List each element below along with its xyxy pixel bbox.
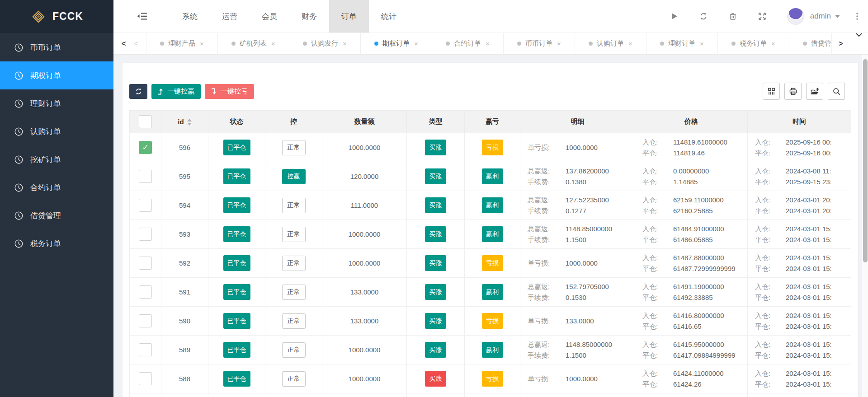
order-table-card: 一键控赢 一键控亏 xyxy=(123,63,858,397)
sidebar-item[interactable]: 理财订单 xyxy=(0,89,113,117)
control-button[interactable]: 正常 xyxy=(282,342,306,358)
tab[interactable]: 矿机列表 × xyxy=(218,33,289,54)
tab-close-icon[interactable]: × xyxy=(771,40,775,47)
row-checkbox[interactable] xyxy=(139,285,152,299)
tab-scroll-left-icon[interactable]: < xyxy=(121,39,126,48)
time-value: 2025-09-16 00: xyxy=(786,137,832,148)
control-button[interactable]: 正常 xyxy=(282,313,306,329)
tab[interactable]: 币币订单 × xyxy=(504,33,575,54)
tab-close-icon[interactable]: × xyxy=(271,40,275,47)
top-nav-item[interactable]: 会员 xyxy=(250,0,289,33)
refresh-table-button[interactable] xyxy=(129,84,147,99)
print-icon xyxy=(789,87,797,96)
tab-controls: > xyxy=(831,33,868,54)
order-amount xyxy=(322,393,407,397)
order-id: 589 xyxy=(161,336,208,364)
user-name[interactable]: admin xyxy=(810,12,831,21)
header-type: 类型 xyxy=(407,111,465,133)
row-checkbox[interactable] xyxy=(139,257,152,270)
time-value: 2024-03-01 15: xyxy=(786,281,832,292)
detail-line: 总赢返: 1148.85000000 xyxy=(528,224,635,234)
play-icon[interactable] xyxy=(670,12,679,21)
time-label: 入仓: xyxy=(755,368,786,379)
tab[interactable]: 理财产品 × xyxy=(146,33,218,54)
tab-label: 矿机列表 xyxy=(240,39,267,48)
tab[interactable]: 认购订单 × xyxy=(575,33,646,54)
search-button[interactable] xyxy=(828,83,845,100)
select-all-checkbox[interactable] xyxy=(139,115,152,128)
sidebar-toggle-icon[interactable] xyxy=(137,11,147,21)
row-checkbox[interactable] xyxy=(139,199,152,212)
tab-close-icon[interactable]: × xyxy=(343,40,347,47)
tab[interactable]: 认购发行 × xyxy=(289,33,361,54)
top-nav-item[interactable]: 系统 xyxy=(170,0,210,33)
table-row: 593 已平仓 正常 1000.0000 买涨 赢利 总赢返: 1148.850… xyxy=(130,220,851,249)
price-line: 入仓: 0.00000000 xyxy=(642,166,747,177)
tab-scroll-right-icon[interactable]: > xyxy=(832,33,850,54)
columns-filter-button[interactable] xyxy=(763,83,780,100)
trash-icon[interactable] xyxy=(728,12,737,21)
tab-close-icon[interactable]: × xyxy=(200,40,204,47)
row-checkbox[interactable] xyxy=(139,343,152,356)
tab-menu-chevron-icon[interactable] xyxy=(850,33,868,37)
top-nav-item[interactable]: 运营 xyxy=(210,0,250,33)
force-lose-button[interactable]: 一键控亏 xyxy=(205,84,254,99)
time-label: 入仓: xyxy=(755,166,786,177)
tab-close-icon[interactable]: × xyxy=(414,40,418,47)
header-id[interactable]: id xyxy=(161,111,208,133)
tab[interactable]: 税务订单 × xyxy=(718,33,789,54)
price-label: 入仓: xyxy=(642,339,673,350)
sidebar-item[interactable]: 挖矿订单 xyxy=(0,145,113,173)
time-value: 2024-03-01 20: xyxy=(786,195,832,206)
avatar[interactable] xyxy=(787,8,804,25)
sidebar-item[interactable]: 税务订单 xyxy=(0,229,113,257)
tab-scroll-left-dim-icon[interactable]: < xyxy=(134,39,138,48)
control-button[interactable]: 正常 xyxy=(282,140,306,155)
tab-close-icon[interactable]: × xyxy=(557,40,561,47)
status-badge: 已平仓 xyxy=(223,140,250,155)
force-win-button[interactable]: 一键控赢 xyxy=(151,84,201,99)
tab[interactable]: 合约订单 × xyxy=(432,33,504,54)
type-badge: 买涨 xyxy=(425,255,446,271)
control-button[interactable]: 正常 xyxy=(282,227,306,242)
row-checkbox[interactable] xyxy=(139,314,152,327)
row-checkbox[interactable] xyxy=(139,372,152,385)
tab[interactable]: 理财订单 × xyxy=(646,33,718,54)
page-scrollbar-thumb[interactable] xyxy=(863,59,868,262)
print-button[interactable] xyxy=(784,83,802,100)
control-button[interactable]: 正常 xyxy=(282,198,306,213)
export-button[interactable] xyxy=(806,83,823,100)
sidebar-item[interactable]: 币币订单 xyxy=(0,33,113,61)
tab[interactable]: 借贷管理 × xyxy=(789,33,831,54)
top-nav-item[interactable]: 统计 xyxy=(369,0,409,33)
row-checkbox[interactable] xyxy=(139,141,152,154)
refresh-icon[interactable] xyxy=(699,12,708,21)
tab-close-icon[interactable]: × xyxy=(486,40,490,47)
price-line: 平仓: 61416.65 xyxy=(642,321,747,332)
row-checkbox[interactable] xyxy=(139,228,152,241)
control-button[interactable]: 控赢 xyxy=(282,169,306,184)
sidebar-item-icon xyxy=(14,239,24,248)
tab-close-icon[interactable]: × xyxy=(700,40,704,47)
control-button[interactable]: 正常 xyxy=(282,285,306,300)
sort-icon[interactable] xyxy=(187,119,192,126)
tab-close-icon[interactable]: × xyxy=(628,40,632,47)
time-cell: 入仓: 2024-03-01 15: 平仓: 2024-03-01 15: xyxy=(748,278,851,306)
tab[interactable]: 期权订单 × xyxy=(361,33,432,54)
sidebar-item[interactable]: 期权订单 xyxy=(0,61,113,89)
top-nav-item[interactable]: 财务 xyxy=(289,0,329,33)
top-nav-item[interactable]: 订单 xyxy=(329,0,369,33)
result-badge: 赢利 xyxy=(482,226,503,242)
control-button[interactable]: 正常 xyxy=(282,371,306,387)
more-menu-icon[interactable] xyxy=(854,12,861,20)
sidebar-item[interactable]: 合约订单 xyxy=(0,173,113,201)
sidebar-item[interactable]: 借贷管理 xyxy=(0,201,113,229)
control-button[interactable]: 正常 xyxy=(282,256,306,271)
row-checkbox[interactable] xyxy=(139,170,152,183)
table-row: 595 已平仓 控赢 120.0000 买涨 赢利 总赢返: 137.86200… xyxy=(130,162,851,191)
fullscreen-icon[interactable] xyxy=(758,12,767,21)
time-cell: 入仓: 2024-03-01 15: 平仓: 2024-03-01 15: xyxy=(748,249,851,277)
detail-value: 1.1500 xyxy=(566,350,586,361)
time-line: 平仓: 2025-09-15 23: xyxy=(755,177,851,187)
sidebar-item[interactable]: 认购订单 xyxy=(0,117,113,145)
